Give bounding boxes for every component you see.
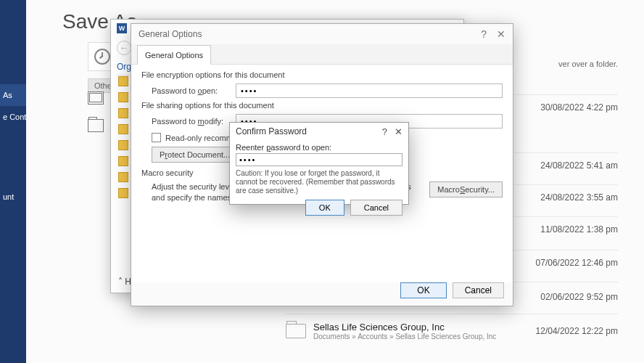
close-icon[interactable]: ✕ bbox=[395, 126, 402, 137]
password-open-input[interactable] bbox=[236, 83, 503, 98]
folder-row[interactable]: Sellas Life Sciences Group, IncDocuments… bbox=[286, 314, 618, 348]
row-date: 24/08/2022 5:41 am bbox=[540, 160, 618, 171]
row-date: 24/08/2022 3:55 am bbox=[540, 192, 618, 203]
help-button[interactable]: ? bbox=[382, 126, 387, 137]
encryption-section-label: File encryption options for this documen… bbox=[141, 70, 503, 79]
macro-security-button[interactable]: Macro Security... bbox=[429, 182, 503, 197]
cancel-button[interactable]: Cancel bbox=[350, 200, 402, 216]
nav-item[interactable]: e Content bbox=[0, 106, 26, 128]
row-name: Sellas Life Sciences Group, Inc bbox=[313, 322, 496, 333]
password-open-label: Password to open: bbox=[152, 86, 231, 95]
nav-item[interactable] bbox=[0, 42, 26, 55]
folder-icon bbox=[88, 119, 104, 132]
reenter-password-input[interactable] bbox=[236, 153, 402, 166]
nav-item[interactable] bbox=[0, 71, 26, 84]
nav-item[interactable] bbox=[0, 29, 26, 42]
general-options-title: General Options bbox=[139, 29, 202, 39]
pc-icon bbox=[88, 91, 104, 105]
row-date: 07/06/2022 12:46 pm bbox=[536, 258, 618, 268]
row-date: 11/08/2022 1:38 pm bbox=[540, 224, 618, 234]
nav-item-saveas[interactable]: As bbox=[0, 84, 26, 106]
nav-item[interactable] bbox=[0, 0, 26, 13]
ok-button[interactable]: OK bbox=[400, 282, 446, 298]
nav-item[interactable] bbox=[0, 208, 26, 221]
row-path: Documents » Accounts » Sellas Life Scien… bbox=[313, 333, 496, 340]
row-date: 02/06/2022 9:52 pm bbox=[540, 292, 618, 302]
sharing-section-label: File sharing options for this document bbox=[141, 101, 503, 110]
folder-icon bbox=[286, 324, 306, 338]
ok-button[interactable]: OK bbox=[305, 200, 344, 216]
nav-item[interactable]: unt bbox=[0, 186, 26, 208]
caution-text: Caution: If you lose or forget the passw… bbox=[236, 169, 402, 195]
tab-general-options[interactable]: General Options bbox=[137, 45, 211, 65]
confirm-password-dialog: Confirm Password ?✕ Reenter password to … bbox=[229, 122, 409, 205]
row-date: 12/04/2022 12:22 pm bbox=[536, 326, 618, 336]
reenter-label: Reenter password to open: bbox=[236, 143, 402, 152]
confirm-title: Confirm Password bbox=[236, 126, 307, 136]
password-modify-label: Password to modify: bbox=[152, 117, 231, 126]
word-icon: W bbox=[117, 23, 127, 33]
back-button[interactable]: ← bbox=[117, 41, 131, 55]
quick-access-strip bbox=[118, 76, 128, 280]
cancel-button[interactable]: Cancel bbox=[453, 282, 504, 298]
pin-hint: ver over a folder. bbox=[558, 60, 618, 68]
protect-document-button[interactable]: Protect Document... bbox=[152, 147, 238, 163]
clock-icon bbox=[94, 49, 110, 65]
close-icon[interactable]: ✕ bbox=[497, 28, 505, 40]
checkbox-icon bbox=[152, 133, 161, 142]
backstage-nav: As e Content unt bbox=[0, 0, 26, 363]
row-date: 30/08/2022 4:22 pm bbox=[540, 102, 618, 113]
nav-item[interactable] bbox=[0, 157, 26, 170]
help-button[interactable]: ? bbox=[481, 28, 487, 40]
nav-item[interactable] bbox=[0, 144, 26, 157]
